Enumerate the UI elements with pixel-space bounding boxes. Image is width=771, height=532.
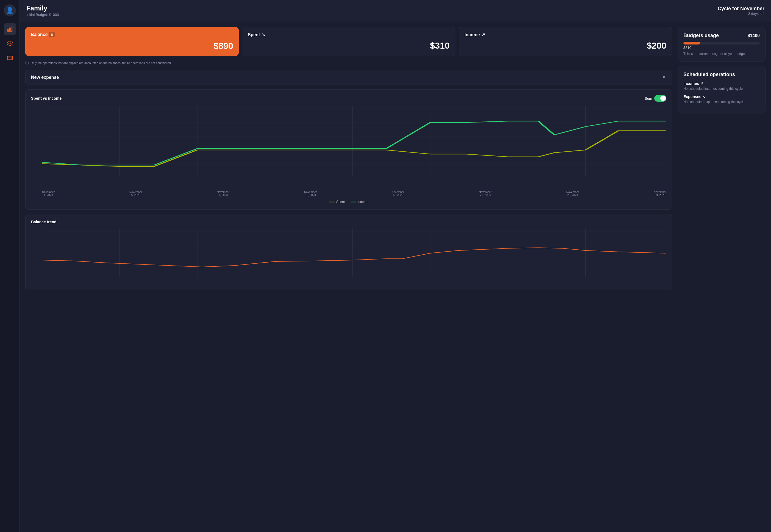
budgets-description: This is the current usage of all your bu…	[683, 52, 760, 56]
budgets-header: Budgets usage $1400	[683, 33, 760, 38]
x-label-6: November21, 2023	[479, 191, 492, 197]
left-column: Balance S $890 Spent ↘ $310 Inco	[25, 27, 672, 527]
legend-spent-label: Spent	[336, 200, 345, 204]
cycle-title: Cycle for November	[718, 6, 764, 12]
svg-rect-2	[11, 27, 12, 32]
income-value: $200	[464, 41, 666, 51]
header: Family Initial Budget: $1000 Cycle for N…	[20, 0, 771, 21]
sidebar-item-charts[interactable]	[4, 23, 16, 35]
balance-value: $890	[31, 41, 233, 51]
right-column: Budgets usage $1400 $310 This is the cur…	[678, 27, 766, 527]
sidebar: 👤	[0, 0, 20, 532]
new-expense-bar[interactable]: New expense ▼	[25, 70, 672, 85]
sum-label: Sum	[645, 96, 652, 101]
avatar-icon: 👤	[6, 7, 13, 14]
new-expense-label: New expense	[31, 75, 59, 80]
scheduled-expenses: Expenses ↘ No scheduled expenses coming …	[683, 94, 760, 104]
svg-rect-1	[9, 28, 10, 31]
incomes-empty-text: No scheduled incomes coming this cycle	[683, 87, 760, 91]
initial-budget: Initial Budget: $1000	[26, 13, 59, 17]
balance-trend-chart: Balance trend	[25, 214, 672, 290]
incomes-arrow: ↗	[700, 81, 703, 86]
budgets-usage-card: Budgets usage $1400 $310 This is the cur…	[678, 27, 766, 62]
expenses-empty-text: No scheduled expenses coming this cycle	[683, 100, 760, 104]
wallet-icon	[7, 55, 13, 61]
svg-marker-3	[7, 41, 12, 44]
x-label-8: November29, 2023	[654, 191, 666, 197]
chart-header: Spent vs Income Sum	[31, 95, 666, 102]
balance-trend-line	[42, 248, 666, 267]
spent-value: $310	[248, 41, 450, 51]
incomes-title: Incomes ↗	[683, 81, 760, 86]
x-label-1: November1, 2023	[42, 191, 55, 197]
budgets-total: $1400	[748, 33, 760, 38]
layers-icon	[7, 40, 13, 46]
sidebar-item-layers[interactable]	[4, 37, 16, 49]
expenses-title: Expenses ↘	[683, 94, 760, 99]
x-label-5: November17, 2023	[391, 191, 404, 197]
chart-legend: Spent Income	[31, 200, 666, 204]
expenses-arrow: ↘	[702, 94, 706, 99]
cycle-subtitle: 2 days left	[718, 12, 764, 16]
x-label-2: November5, 2023	[129, 191, 142, 197]
spent-card: Spent ↘ $310	[242, 27, 455, 56]
budget-bar-container: $310	[683, 42, 760, 50]
spent-vs-income-chart: Spent vs Income Sum	[25, 89, 672, 210]
income-arrow: ↗	[481, 32, 485, 37]
content-area: Balance S $890 Spent ↘ $310 Inco	[20, 21, 771, 532]
scheduled-incomes: Incomes ↗ No scheduled incomes coming th…	[683, 81, 760, 91]
legend-income-dot	[350, 202, 356, 202]
spent-arrow: ↘	[261, 32, 265, 37]
budget-bar-fill	[683, 42, 700, 44]
sidebar-item-wallet[interactable]	[4, 52, 16, 64]
legend-income: Income	[350, 200, 368, 204]
balance-trend-container: 1,500 1,250 1,000 750	[31, 229, 666, 285]
chart-icon	[7, 26, 13, 32]
info-text: ⓘ Only the operations that are applied a…	[25, 60, 672, 65]
chevron-down-icon: ▼	[661, 74, 666, 80]
legend-spent-dot	[329, 202, 335, 202]
svg-rect-0	[7, 29, 9, 31]
budgets-title: Budgets usage	[683, 33, 719, 38]
balance-trend-header: Balance trend	[31, 220, 666, 224]
balance-trend-title: Balance trend	[31, 220, 57, 224]
sum-toggle-container: Sum	[645, 95, 666, 102]
x-axis-labels: November1, 2023 November5, 2023 November…	[42, 191, 666, 197]
avatar[interactable]: 👤	[4, 4, 16, 16]
balance-trend-svg: 1,500 1,250 1,000 750	[42, 229, 666, 283]
balance-row: Balance S $890 Spent ↘ $310 Inco	[25, 27, 672, 56]
scheduled-title: Scheduled operations	[683, 72, 760, 77]
page-title: Family	[26, 4, 59, 12]
x-label-7: November25, 2023	[566, 191, 579, 197]
spent-label: Spent ↘	[248, 32, 450, 37]
main-content: Family Initial Budget: $1000 Cycle for N…	[20, 0, 771, 532]
chart-title: Spent vs Income	[31, 96, 62, 101]
balance-badge: S	[49, 32, 55, 37]
header-right: Cycle for November 2 days left	[718, 6, 764, 16]
scheduled-operations-card: Scheduled operations Incomes ↗ No schedu…	[678, 66, 766, 113]
toggle-knob	[660, 96, 666, 101]
info-icon: ⓘ	[25, 60, 29, 65]
legend-income-label: Income	[358, 200, 368, 204]
x-label-3: November9, 2023	[217, 191, 229, 197]
x-label-4: November13, 2023	[304, 191, 317, 197]
income-card: Income ↗ $200	[459, 27, 672, 56]
budget-bar-label: $310	[683, 46, 760, 50]
legend-spent: Spent	[329, 200, 345, 204]
income-line	[42, 121, 666, 165]
svg-rect-4	[7, 56, 12, 60]
header-left: Family Initial Budget: $1000	[26, 4, 59, 17]
spent-income-svg: 500 400 300 200 100 0	[42, 106, 666, 188]
balance-label: Balance S	[31, 32, 233, 37]
sum-toggle[interactable]	[654, 95, 666, 102]
income-label: Income ↗	[464, 32, 666, 37]
chart-container: 500 400 300 200 100 0 November1, 2023 No…	[31, 106, 666, 197]
budget-bar-bg	[683, 42, 760, 44]
balance-card: Balance S $890	[25, 27, 239, 56]
